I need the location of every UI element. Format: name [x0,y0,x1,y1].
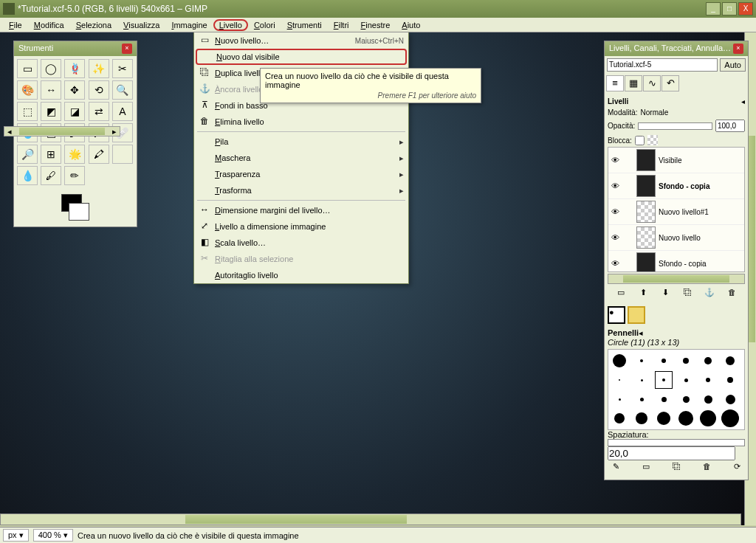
layer-btn-1[interactable]: ⬆ [637,288,649,300]
brush-1[interactable] [633,352,650,370]
tab-undo[interactable]: ↶ [662,75,679,91]
tool-9[interactable]: 🔍 [112,80,133,100]
brush-20[interactable] [655,409,673,427]
collapse-icon[interactable]: ◂ [639,328,643,337]
menu-item-nuovo-livello-[interactable]: ▭Nuovo livello…Maiusc+Ctrl+N [194,32,408,49]
tool-10[interactable]: ⬚ [17,102,38,121]
spacing-slider[interactable] [608,439,745,446]
menu-item-autoritaglio-livello[interactable]: Autoritaglio livello [194,267,408,283]
menu-item-dimensione-margini-del-livello-[interactable]: ↔Dimensione margini del livello… [194,202,408,218]
menu-modifica[interactable]: Modifica [28,19,70,31]
menu-item-scala-livello-[interactable]: ◧Scala livello… [194,235,408,251]
tool-7[interactable]: ✥ [64,80,85,100]
brush-16[interactable] [699,390,717,408]
tab-layers[interactable]: ≡ [606,75,624,91]
tool-12[interactable]: ◪ [64,102,85,121]
menu-livello[interactable]: Livello [213,19,248,31]
brush-6[interactable] [611,371,628,389]
layer-row[interactable]: 👁Visibile [608,148,744,173]
tool-1[interactable]: ◯ [41,59,61,78]
brush-10[interactable] [699,371,717,389]
layer-row[interactable]: 👁Nuovo livello#1 [608,199,744,225]
panel-close-icon[interactable]: × [122,44,132,54]
tool-6[interactable]: ↔ [41,80,61,100]
brush-12[interactable] [611,390,628,408]
brush-13[interactable] [633,390,650,408]
tab-channels[interactable]: ▦ [625,75,642,91]
visibility-icon[interactable]: 👁 [610,233,620,242]
menu-immagine[interactable]: Immagine [165,19,213,31]
brush-5[interactable] [721,352,739,370]
new-brush-icon[interactable]: ▭ [639,462,653,475]
zoom-selector[interactable]: 400 % ▾ [33,529,73,542]
layer-name[interactable]: Nuovo livello [659,234,701,242]
minimize-button[interactable]: _ [706,2,721,15]
visibility-icon[interactable]: 👁 [610,156,620,165]
lock-alpha-checkbox[interactable] [635,136,645,145]
options-scrollbar[interactable]: ◂▸ [4,126,120,136]
edit-brush-icon[interactable]: ✎ [609,462,622,475]
collapse-icon[interactable]: ◂ [741,97,745,106]
tool-24[interactable] [112,145,133,164]
menu-item-maschera[interactable]: Maschera▸ [194,150,408,166]
menu-finestre[interactable]: Finestre [355,19,396,31]
background-color[interactable] [69,203,89,221]
tool-22[interactable]: 🌟 [64,145,85,164]
color-swatch[interactable] [57,194,94,221]
layers-hscroll[interactable] [608,274,745,284]
blend-mode-selector[interactable]: Normale [641,108,669,117]
visibility-icon[interactable]: 👁 [610,259,620,268]
tool-14[interactable]: A [112,102,133,121]
layer-btn-4[interactable]: ⚓ [704,288,715,300]
opacity-slider[interactable] [638,122,712,130]
tool-0[interactable]: ▭ [17,59,38,78]
tool-2[interactable]: 🪢 [64,59,85,78]
menu-item-nuovo-dal-visibile[interactable]: Nuovo dal visibile [196,49,407,65]
refresh-brush-icon[interactable]: ⟳ [730,462,743,475]
menu-colori[interactable]: Colori [248,19,281,31]
layer-btn-3[interactable]: ⿻ [681,288,693,300]
layer-name[interactable]: Sfondo - copia [659,260,707,268]
menu-file[interactable]: File [3,19,28,31]
panel-close-icon[interactable]: × [733,44,743,54]
tool-13[interactable]: ⇄ [89,102,109,121]
brush-7[interactable] [633,371,650,389]
menu-item-livello-a-dimensione-immagine[interactable]: ⤢Livello a dimensione immagine [194,218,408,235]
menu-strumenti[interactable]: Strumenti [281,19,328,31]
brush-preview-square[interactable]: ● [608,306,625,324]
brush-3[interactable] [677,352,695,370]
brush-9[interactable] [677,371,695,389]
pattern-preview-square[interactable] [628,306,645,324]
menu-item-trasforma[interactable]: Trasforma▸ [194,182,408,198]
layer-row[interactable]: 👁Sfondo - copia [608,251,744,272]
tool-11[interactable]: ◩ [41,102,61,121]
tab-paths[interactable]: ∿ [643,75,661,91]
image-selector[interactable]: Tutorial.xcf-5 [607,58,718,72]
spacing-input[interactable] [608,446,735,460]
tool-21[interactable]: ⊞ [41,145,61,164]
visibility-icon[interactable]: 👁 [610,181,620,190]
tool-23[interactable]: 🖍 [89,145,109,164]
layer-btn-5[interactable]: 🗑 [726,288,738,300]
menu-seleziona[interactable]: Seleziona [70,19,117,31]
tool-26[interactable]: 🖋 [41,166,61,185]
tool-3[interactable]: ✨ [89,59,109,78]
brush-11[interactable] [721,371,739,389]
brush-19[interactable] [633,409,650,427]
opacity-input[interactable] [715,120,745,132]
layer-row[interactable]: 👁Nuovo livello [608,225,744,251]
brush-4[interactable] [699,352,717,370]
visibility-icon[interactable]: 👁 [610,207,620,216]
brush-2[interactable] [655,352,673,370]
brush-17[interactable] [721,390,739,408]
auto-button[interactable]: Auto [720,58,746,72]
brush-0[interactable] [611,352,628,370]
brush-14[interactable] [655,390,673,408]
menu-item-elimina-livello[interactable]: 🗑Elimina livello [194,114,408,130]
layer-btn-2[interactable]: ⬇ [659,288,671,300]
brush-22[interactable] [699,409,717,427]
tool-25[interactable]: 💧 [17,166,38,185]
layer-name[interactable]: Sfondo - copia [659,182,709,190]
layer-name[interactable]: Nuovo livello#1 [659,208,709,216]
menu-filtri[interactable]: Filtri [328,19,355,31]
